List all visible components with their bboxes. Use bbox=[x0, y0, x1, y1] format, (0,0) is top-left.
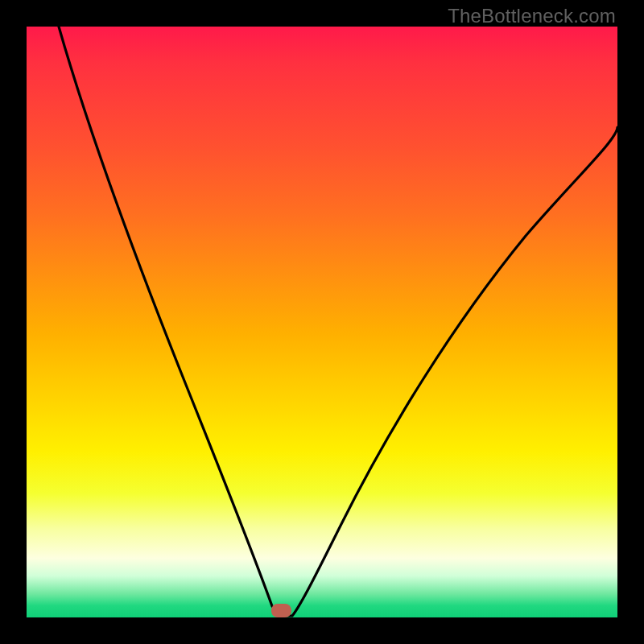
plot-area bbox=[27, 27, 617, 617]
chart-frame: TheBottleneck.com bbox=[0, 0, 644, 644]
watermark-text: TheBottleneck.com bbox=[448, 5, 616, 27]
minimum-marker bbox=[271, 604, 291, 617]
bottleneck-curve bbox=[59, 27, 617, 616]
curve-layer bbox=[27, 27, 617, 617]
